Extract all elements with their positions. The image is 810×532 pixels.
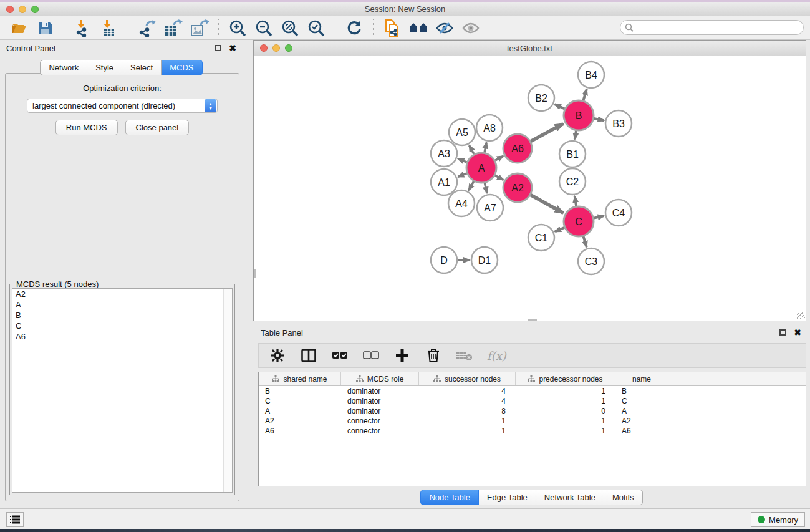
table-row[interactable]: Adominator80A [259,406,806,416]
function-builder-icon[interactable]: f(x) [487,349,506,362]
node-table-header: shared nameMCDS rolesuccessor nodesprede… [259,372,806,386]
memory-button[interactable]: Memory [751,512,805,527]
table-cell[interactable]: 1 [516,386,615,396]
graph-node-label: A3 [438,148,450,159]
task-history-button[interactable] [6,512,24,527]
table-cell[interactable]: 1 [419,426,516,436]
control-panel-header: Control Panel ✖ [0,40,243,56]
table-cell[interactable]: C [259,396,341,406]
export-image-icon[interactable] [190,19,210,37]
close-panel-icon[interactable]: ✖ [229,44,236,52]
result-list-item[interactable]: B [12,310,232,321]
criterion-select[interactable]: largest connected component (directed) ▲… [27,99,218,113]
export-table-icon[interactable] [163,19,183,37]
table-cell[interactable]: dominator [341,406,419,416]
table-cell[interactable]: 4 [419,396,516,406]
result-list-item[interactable]: A [12,299,232,310]
refresh-icon[interactable] [344,19,364,37]
show-column-panel-icon[interactable] [300,347,317,364]
mcds-result-list[interactable]: A2ABCA6 [12,288,233,493]
result-list-item[interactable]: C [12,321,232,331]
control-panel: Control Panel ✖ Network Style Select MCD… [0,40,243,506]
table-cell[interactable]: 1 [516,426,615,436]
table-row[interactable]: A2connector11A2 [259,416,806,426]
select-all-columns-icon[interactable] [331,347,349,364]
network-view-window: testGlobe.txt AA1A2A3A4A5A6A7A8BB1B2B3B4… [253,40,806,321]
table-close-panel-icon[interactable]: ✖ [794,328,801,337]
table-float-panel-icon[interactable] [779,329,786,336]
hide-panel-eye-icon[interactable] [435,19,455,37]
column-header[interactable]: name [615,372,668,385]
tab-mcds[interactable]: MCDS [162,60,202,75]
table-cell[interactable]: dominator [341,386,419,396]
table-panel-tabs: Node Table Edge Table Network Table Moti… [253,490,810,505]
graph-node-label: C3 [585,256,598,267]
table-cell[interactable]: 0 [516,406,615,416]
run-mcds-button[interactable]: Run MCDS [55,120,118,135]
show-panel-eye-icon[interactable] [461,19,481,37]
resize-grip-icon[interactable] [797,312,805,320]
export-network-icon[interactable] [137,19,157,37]
table-cell[interactable]: 4 [419,386,516,396]
save-session-icon[interactable] [35,19,55,37]
table-cell[interactable]: connector [341,426,419,436]
tab-select[interactable]: Select [122,60,162,75]
table-settings-gear-icon[interactable] [269,347,286,364]
criterion-selected-value: largest connected component (directed) [27,101,205,110]
tab-network-table[interactable]: Network Table [536,490,604,505]
deselect-all-columns-icon[interactable] [362,347,380,364]
result-list-item[interactable]: A2 [12,289,232,299]
tab-motifs[interactable]: Motifs [604,490,643,505]
table-cell[interactable]: connector [341,416,419,426]
table-cell[interactable]: A6 [259,426,341,436]
table-cell[interactable]: A2 [615,416,668,426]
delete-column-trash-icon[interactable] [425,347,442,364]
table-cell[interactable]: 1 [516,396,615,406]
import-network-icon[interactable] [73,19,93,37]
duplicate-network-icon[interactable] [382,19,402,37]
table-cell[interactable]: dominator [341,396,419,406]
table-row[interactable]: Bdominator41B [259,386,806,396]
column-header[interactable]: predecessor nodes [516,372,615,385]
home-icon[interactable] [408,19,428,37]
zoom-selected-icon[interactable] [306,19,326,37]
column-header[interactable]: successor nodes [419,372,516,385]
graph-node-label: A5 [456,127,468,138]
table-cell[interactable]: B [259,386,341,396]
table-cell[interactable]: C [615,396,668,406]
close-panel-button[interactable]: Close panel [125,120,190,135]
zoom-out-icon[interactable] [254,19,274,37]
table-cell[interactable]: 1 [516,416,615,426]
table-cell[interactable]: 1 [419,416,516,426]
search-input[interactable] [620,20,804,35]
column-header[interactable]: MCDS role [341,372,419,385]
column-header[interactable]: shared name [259,372,341,385]
column-header-label: MCDS role [367,375,404,384]
delete-table-icon[interactable] [456,347,473,364]
zoom-in-icon[interactable] [228,19,248,37]
float-panel-icon[interactable] [215,45,221,51]
table-cell[interactable]: A2 [259,416,341,426]
open-session-icon[interactable] [9,19,29,37]
result-list-scrollbar[interactable] [223,289,232,492]
table-cell[interactable]: A [259,406,341,416]
result-list-item[interactable]: A6 [12,331,232,342]
graph-node-label: B [576,110,582,121]
import-table-icon[interactable] [99,19,119,37]
table-row[interactable]: Cdominator41C [259,396,806,406]
table-cell[interactable]: A [615,406,668,416]
hierarchy-icon [272,375,279,382]
table-cell[interactable]: B [615,386,668,396]
tab-node-table[interactable]: Node Table [420,490,479,505]
create-column-plus-icon[interactable] [393,347,411,364]
network-canvas[interactable]: AA1A2A3A4A5A6A7A8BB1B2B3B4CC1C2C3C4DD1 [254,56,806,321]
tab-network[interactable]: Network [40,60,87,75]
table-cell[interactable]: 8 [419,406,516,416]
table-cell[interactable]: A6 [615,426,668,436]
zoom-fit-icon[interactable] [280,19,300,37]
tab-style[interactable]: Style [87,60,122,75]
network-graph[interactable]: AA1A2A3A4A5A6A7A8BB1B2B3B4CC1C2C3C4DD1 [254,56,806,321]
table-row[interactable]: A6connector11A6 [259,426,806,436]
tab-edge-table[interactable]: Edge Table [479,490,536,505]
node-table: shared nameMCDS rolesuccessor nodesprede… [258,372,806,486]
